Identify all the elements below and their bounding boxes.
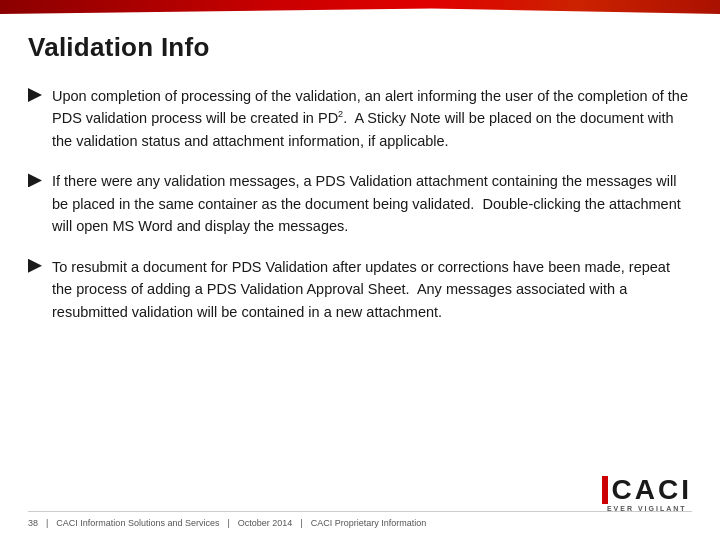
bullet-text: Upon completion of processing of the val…	[52, 85, 692, 152]
bullet-list: Upon completion of processing of the val…	[28, 85, 692, 323]
bullet-icon	[28, 173, 42, 187]
caci-red-accent	[602, 476, 608, 504]
top-decorative-bar	[0, 0, 720, 14]
footer-proprietary: CACI Proprietary Information	[311, 518, 427, 528]
bullet-text: To resubmit a document for PDS Validatio…	[52, 256, 692, 323]
bullet-text: If there were any validation messages, a…	[52, 170, 692, 237]
footer-separator-1: |	[46, 518, 48, 528]
footer-left: 38 | CACI Information Solutions and Serv…	[28, 518, 426, 528]
footer-page-number: 38	[28, 518, 38, 528]
footer-date: October 2014	[238, 518, 293, 528]
caci-name: CACI	[612, 476, 692, 504]
footer-separator-2: |	[227, 518, 229, 528]
list-item: Upon completion of processing of the val…	[28, 85, 692, 152]
main-content: Validation Info Upon completion of proce…	[0, 14, 720, 540]
caci-logo-box: CACI	[602, 476, 692, 504]
footer-company: CACI Information Solutions and Services	[56, 518, 219, 528]
footer: 38 | CACI Information Solutions and Serv…	[28, 511, 692, 528]
footer-separator-3: |	[300, 518, 302, 528]
bullet-icon	[28, 88, 42, 102]
list-item: To resubmit a document for PDS Validatio…	[28, 256, 692, 323]
caci-tagline: EVER VIGILANT	[607, 505, 687, 512]
page-title: Validation Info	[28, 32, 692, 63]
bullet-icon	[28, 259, 42, 273]
list-item: If there were any validation messages, a…	[28, 170, 692, 237]
caci-logo: CACI EVER VIGILANT	[602, 476, 692, 512]
